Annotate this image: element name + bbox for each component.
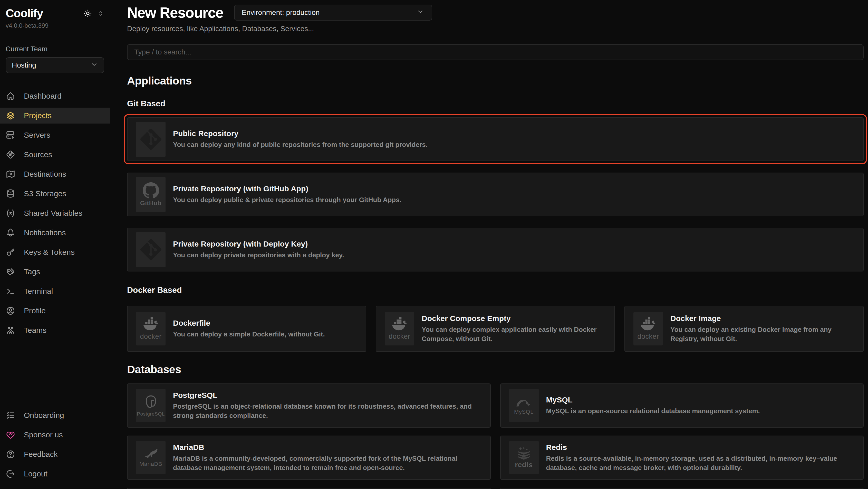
- home-icon: [6, 91, 16, 101]
- card-title: PostgreSQL: [173, 391, 481, 400]
- card-description: MariaDB is a community-developed, commer…: [173, 454, 481, 472]
- sidebar-item-onboarding[interactable]: Onboarding: [0, 407, 110, 423]
- icon-wordmark: docker: [389, 333, 410, 341]
- card-redis[interactable]: redis Redis Redis is a source-available,…: [500, 436, 864, 480]
- sidebar-item-notifications[interactable]: Notifications: [0, 225, 110, 241]
- card-title: Private Repository (with Deploy Key): [173, 240, 344, 248]
- sidebar-item-shared-variables[interactable]: Shared Variables: [0, 205, 110, 221]
- sidebar-item-label: Sponsor us: [24, 430, 63, 439]
- sidebar-item-sources[interactable]: Sources: [0, 147, 110, 163]
- icon-wordmark: docker: [637, 333, 659, 341]
- sidebar-item-label: Terminal: [24, 287, 53, 296]
- chevron-down-icon: [416, 8, 425, 18]
- layers-icon: [6, 111, 16, 120]
- sidebar-nav: Dashboard Projects Servers Sources Desti…: [0, 88, 110, 342]
- database-icon: [6, 189, 16, 199]
- sidebar-item-label: Dashboard: [24, 92, 62, 100]
- sidebar: Coolify v4.0.0-beta.399 Current Team Hos…: [0, 0, 111, 489]
- sidebar-item-destinations[interactable]: Destinations: [0, 166, 110, 182]
- section-title-applications: Applications: [127, 75, 864, 87]
- card-postgresql[interactable]: PostgreSQL PostgreSQL PostgreSQL is an o…: [127, 383, 491, 428]
- sidebar-item-label: S3 Storages: [24, 189, 66, 198]
- sidebar-item-keys-tokens[interactable]: Keys & Tokens: [0, 244, 110, 260]
- card-title: Redis: [546, 443, 854, 452]
- icon-wordmark: MySQL: [514, 409, 534, 415]
- sidebar-item-feedback[interactable]: Feedback: [0, 447, 110, 462]
- checklist-icon: [6, 410, 16, 420]
- page-subtitle: Deploy resources, like Applications, Dat…: [127, 25, 864, 33]
- terminal-icon: [6, 286, 16, 296]
- card-private-repository-deploy-key[interactable]: Private Repository (with Deploy Key) You…: [127, 228, 864, 271]
- card-public-repository[interactable]: Public Repository You can deploy any kin…: [127, 117, 864, 161]
- icon-wordmark: MariaDB: [140, 461, 162, 467]
- page-title: New Resource: [127, 4, 223, 21]
- sidebar-item-label: Servers: [24, 131, 50, 140]
- sidebar-item-terminal[interactable]: Terminal: [0, 283, 110, 299]
- card-description: PostgreSQL is an object-relational datab…: [173, 402, 481, 421]
- sidebar-item-label: Keys & Tokens: [24, 248, 75, 257]
- environment-select[interactable]: Environment: production: [234, 5, 432, 21]
- git-icon: [136, 122, 165, 157]
- card-description: You can deploy a simple Dockerfile, with…: [173, 330, 325, 339]
- subsection-title-git-based: Git Based: [127, 99, 864, 108]
- search-input[interactable]: [127, 44, 864, 60]
- logout-icon: [6, 469, 16, 479]
- mariadb-icon: MariaDB: [136, 441, 165, 474]
- sidebar-item-teams[interactable]: Teams: [0, 322, 110, 338]
- card-description: You can deploy public & private reposito…: [173, 196, 401, 205]
- users-icon: [6, 325, 16, 335]
- card-title: Docker Image: [671, 314, 854, 323]
- card-title: Dockerfile: [173, 319, 325, 327]
- card-partial[interactable]: [127, 488, 491, 489]
- card-title: Public Repository: [173, 129, 428, 138]
- variable-icon: [6, 208, 16, 218]
- sun-icon[interactable]: [84, 9, 92, 18]
- card-title: Docker Compose Empty: [422, 314, 605, 323]
- key-icon: [6, 247, 16, 257]
- chevron-down-icon: [90, 61, 98, 70]
- sidebar-item-label: Tags: [24, 267, 40, 276]
- help-circle-icon: [6, 450, 16, 459]
- card-description: You can deploy any kind of public reposi…: [173, 140, 428, 149]
- bell-icon: [6, 228, 16, 237]
- team-select-value: Hosting: [12, 61, 36, 69]
- card-mariadb[interactable]: MariaDB MariaDB MariaDB is a community-d…: [127, 436, 491, 480]
- card-private-repository-github-app[interactable]: GitHub Private Repository (with GitHub A…: [127, 173, 864, 216]
- card-title: Private Repository (with GitHub App): [173, 184, 401, 193]
- sidebar-item-projects[interactable]: Projects: [0, 108, 110, 123]
- icon-wordmark: docker: [140, 333, 161, 341]
- card-mysql[interactable]: MySQL MySQL MySQL is an open-source rela…: [500, 383, 864, 428]
- sidebar-item-servers[interactable]: Servers: [0, 127, 110, 143]
- chevrons-up-down-icon[interactable]: [97, 10, 104, 17]
- card-description: MySQL is an open-source relational datab…: [546, 407, 760, 416]
- sidebar-item-label: Teams: [24, 326, 46, 335]
- sidebar-item-label: Shared Variables: [24, 209, 82, 218]
- sidebar-item-s3-storages[interactable]: S3 Storages: [0, 186, 110, 202]
- icon-wordmark: redis: [515, 461, 532, 469]
- git-based-cards: Public Repository You can deploy any kin…: [127, 117, 864, 271]
- icon-wordmark: GitHub: [140, 200, 161, 207]
- docker-icon: docker: [633, 312, 663, 345]
- card-docker-compose-empty[interactable]: docker Docker Compose Empty You can depl…: [376, 306, 615, 352]
- subsection-title-docker-based: Docker Based: [127, 285, 864, 295]
- heart-hands-icon: [6, 430, 16, 440]
- team-select[interactable]: Hosting: [6, 57, 104, 73]
- sidebar-footer-nav: Onboarding Sponsor us Feedback Logout: [0, 407, 110, 485]
- git-icon: [136, 232, 165, 267]
- card-docker-image[interactable]: docker Docker Image You can deploy an ex…: [624, 306, 864, 352]
- card-dockerfile[interactable]: docker Dockerfile You can deploy a simpl…: [127, 306, 366, 352]
- sidebar-item-tags[interactable]: Tags: [0, 264, 110, 280]
- sidebar-item-dashboard[interactable]: Dashboard: [0, 88, 110, 104]
- card-description: You can deploy an existing Docker Image …: [671, 325, 854, 344]
- sidebar-item-label: Feedback: [24, 450, 58, 459]
- user-circle-icon: [6, 306, 16, 316]
- sidebar-item-logout[interactable]: Logout: [0, 466, 110, 482]
- map-icon: [6, 169, 16, 179]
- sidebar-item-label: Projects: [24, 111, 52, 120]
- sidebar-item-sponsor-us[interactable]: Sponsor us: [0, 427, 110, 443]
- sidebar-item-label: Notifications: [24, 228, 66, 237]
- icon-wordmark: PostgreSQL: [137, 411, 165, 417]
- sidebar-item-profile[interactable]: Profile: [0, 303, 110, 319]
- section-title-databases: Databases: [127, 363, 864, 376]
- card-partial[interactable]: [500, 488, 864, 489]
